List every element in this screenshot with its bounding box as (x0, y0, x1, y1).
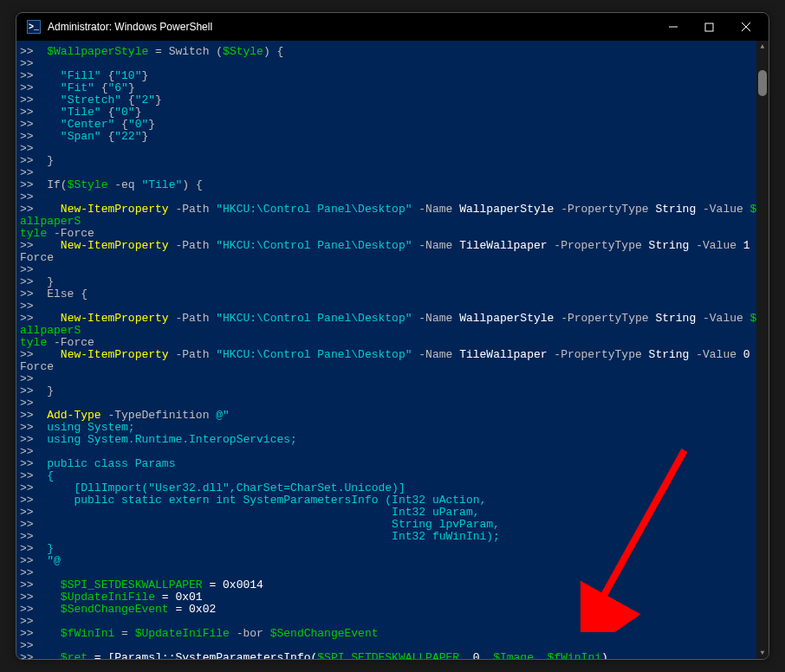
continuation-prompt: >> (20, 45, 34, 58)
window-title: Administrator: Windows PowerShell (48, 21, 212, 33)
svg-rect-1 (705, 23, 713, 31)
vertical-scrollbar[interactable]: ▲ ▼ (756, 41, 769, 659)
terminal-area[interactable]: >> $WallpaperStyle = Switch ($Style) { >… (16, 41, 769, 659)
scroll-up-arrow[interactable]: ▲ (758, 42, 767, 51)
close-button[interactable] (741, 22, 758, 32)
scroll-thumb[interactable] (758, 70, 767, 96)
powershell-window: >_ Administrator: Windows PowerShell >> … (16, 12, 769, 660)
powershell-icon: >_ (27, 20, 41, 34)
titlebar[interactable]: >_ Administrator: Windows PowerShell (16, 13, 769, 41)
minimize-button[interactable] (668, 22, 685, 32)
maximize-button[interactable] (704, 23, 722, 32)
scroll-down-arrow[interactable]: ▼ (758, 649, 767, 657)
